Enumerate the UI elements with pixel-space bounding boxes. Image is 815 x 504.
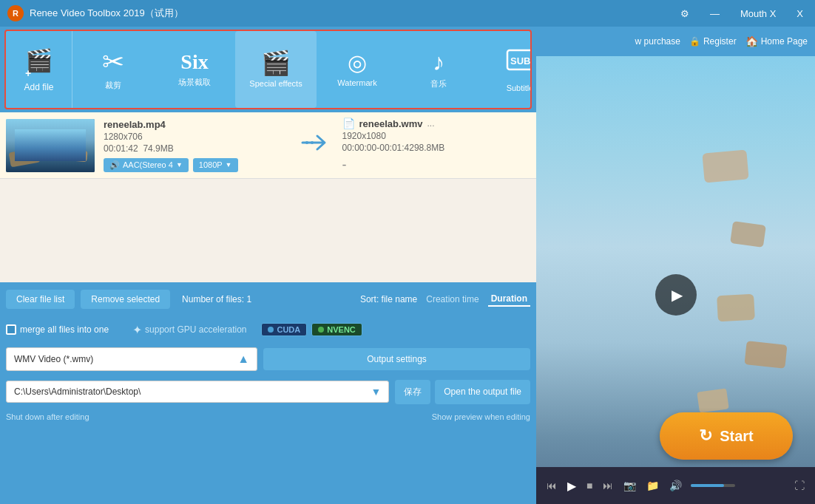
path-row: C:\Users\Administrator\Desktop\ ▼ 保存 Ope… [0,375,536,408]
chevron-down-icon: ▼ [176,161,183,168]
input-filename: reneelab.mp4 [104,119,286,130]
register-link[interactable]: 🔒 Register [689,36,737,47]
add-file-button[interactable]: 🎬 + Add file [6,31,72,108]
toolbar-item-crop[interactable]: ✂ 裁剪 [72,31,154,108]
music-icon: ♪ [433,50,444,74]
save-path-button[interactable]: 保存 [395,380,430,404]
top-right-bar: w purchase 🔒 Register 🏠 Home Page [536,27,815,56]
chevron-down-icon-2: ▼ [226,161,232,168]
arrow-icon [301,132,331,159]
svg-text:SUB: SUB [510,55,530,67]
fullscreen-button[interactable]: ⛶ [793,478,806,493]
output-settings-button[interactable]: Output settings [263,348,530,370]
add-file-label: Add file [24,82,53,92]
title-bar-left: R Renee Video Toolbox 2019（试用） [7,5,183,21]
cuda-dot [268,327,274,333]
format-row: WMV Video (*.wmv) ▲ Output settings [0,343,536,375]
volume-fill [691,484,724,487]
volume-icon-small: 🔊 [109,160,120,170]
toolbar-items: ✂ 裁剪 Six 场景截取 🎬 Special effects [72,31,532,108]
toolbar-item-subtitle[interactable]: SUB Subtitle [479,31,532,108]
input-resolution: 1280x706 [104,132,286,142]
remove-selected-button[interactable]: Remove selected [81,290,170,309]
prev-button[interactable]: ⏮ [545,478,558,493]
crop-label: 裁剪 [105,80,121,91]
nvenc-badge: NVENC [311,323,362,336]
file-count: Number of files: 1 [182,294,251,304]
home-link[interactable]: 🏠 Home Page [745,35,808,47]
svg-point-5 [311,141,314,144]
folder-button[interactable]: 📁 [645,478,660,493]
open-output-button[interactable]: Open the output file [435,380,530,404]
watermark-label: Watermark [337,78,376,87]
start-icon: ↻ [699,426,712,446]
start-button[interactable]: ↻ Start [660,412,793,460]
crop-icon: ✂ [102,49,124,75]
play-button[interactable] [655,274,697,316]
toolbar-item-music[interactable]: ♪ 音乐 [398,31,479,108]
toolbar-item-special-effects[interactable]: 🎬 Special effects [235,31,317,108]
rock-4 [744,341,787,369]
app-icon-letter: R [13,9,18,18]
footer: Shut down after editing Show preview whe… [0,408,536,426]
purchase-link[interactable]: w purchase [635,36,680,47]
bottom-bar: Clear file list Remove selected Number o… [0,282,536,316]
home-icon: 🏠 [745,35,758,47]
format-selector[interactable]: 1080P ▼ [193,158,238,172]
toolbar-item-watermark[interactable]: ◎ Watermark [317,31,398,108]
output-path-input[interactable]: C:\Users\Administrator\Desktop\ ▼ [6,381,389,403]
settings-icon[interactable]: ⚙ [676,7,694,21]
file-thumbnail [6,119,95,172]
output-file-icon: 📄 [342,118,355,129]
app-wrapper: R Renee Video Toolbox 2019（试用） ⚙ — Mouth… [0,0,815,504]
volume-slider[interactable] [691,484,735,487]
output-dash: - [342,157,525,173]
sort-creation-time[interactable]: Creation time [423,293,481,306]
title-bar: R Renee Video Toolbox 2019（试用） ⚙ — Mouth… [0,0,815,27]
settings-row: merge all files into one ✦ support GPU a… [0,316,536,343]
cuda-badge: CUDA [261,323,307,336]
selectors-row: 🔊 AAC(Stereo 4 ▼ 1080P ▼ [104,158,286,172]
play-control-button[interactable]: ▶ [566,477,578,494]
merge-checkbox-label[interactable]: merge all files into one [6,324,109,335]
title-text: Renee Video Toolbox 2019（试用） [30,7,183,20]
file-item[interactable]: reneelab.mp4 1280x706 00:01:42 74.9MB 🔊 … [0,112,536,179]
format-select[interactable]: WMV Video (*.wmv) ▲ [6,347,257,371]
toolbar-item-scene[interactable]: Six 场景截取 [154,31,235,108]
rock-5 [697,389,729,413]
path-actions: 保存 Open the output file [395,380,530,404]
nvenc-dot [318,327,324,333]
next-button[interactable]: ⏭ [601,478,615,493]
lock-icon: 🔒 [689,36,700,47]
preview-label: Show preview when editing [432,412,530,421]
merge-checkbox[interactable] [6,324,16,335]
toolbar-wrapper: 🎬 + Add file ✂ 裁剪 Six 场景截取 [4,30,532,109]
format-chevron-icon: ▲ [237,353,249,366]
close-button[interactable]: X [792,7,808,21]
music-label: 音乐 [430,78,447,89]
rock-2 [730,221,766,248]
input-duration-size: 00:01:42 74.9MB [104,143,286,154]
path-chevron-icon: ▼ [371,386,381,398]
subtitle-icon: SUB [506,47,532,79]
output-resolution: 1920x1080 [342,131,525,141]
camera-button[interactable]: 📷 [622,478,638,493]
minimize-button[interactable]: — [706,7,724,21]
audio-selector[interactable]: 🔊 AAC(Stereo 4 ▼ [104,158,189,172]
title-bar-right: ⚙ — Mouth X X [676,7,808,21]
sort-label: Sort: file name [360,294,417,304]
rock-1 [703,150,749,183]
subtitle-label: Subtitle [507,84,532,92]
scene-label: 场景截取 [178,77,211,88]
sort-duration[interactable]: Duration [488,292,530,307]
special-effects-label: Special effects [249,79,302,88]
file-info: reneelab.mp4 1280x706 00:01:42 74.9MB 🔊 … [95,119,295,172]
add-file-icon: 🎬 + [25,47,53,79]
file-list: reneelab.mp4 1280x706 00:01:42 74.9MB 🔊 … [0,112,536,282]
scene-icon: Six [180,52,208,72]
clear-list-button[interactable]: Clear file list [6,290,75,309]
left-panel: 🎬 + Add file ✂ 裁剪 Six 场景截取 [0,27,536,504]
window-title: Mouth X [736,7,780,21]
stop-button[interactable]: ■ [585,478,594,493]
volume-button[interactable]: 🔊 [668,478,683,493]
